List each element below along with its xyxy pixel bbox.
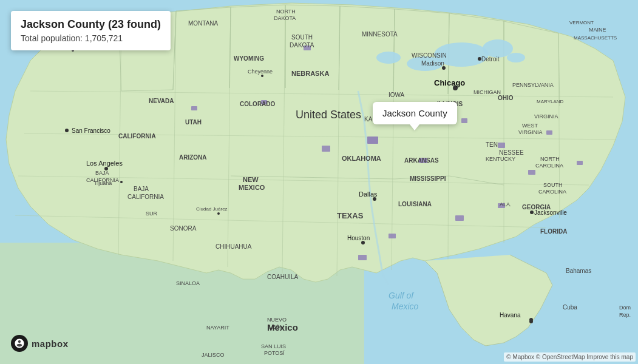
svg-text:Detroit: Detroit — [481, 56, 500, 62]
svg-text:OHIO: OHIO — [498, 95, 514, 101]
svg-text:MARYLAND: MARYLAND — [537, 99, 564, 104]
svg-text:NEBRASKA: NEBRASKA — [291, 70, 329, 77]
svg-text:MASSACHUSETTS: MASSACHUSETTS — [574, 35, 617, 41]
svg-text:PENNSYLVANIA: PENNSYLVANIA — [512, 82, 554, 88]
svg-text:SUR: SUR — [146, 211, 158, 217]
svg-rect-31 — [358, 255, 367, 260]
svg-text:Dallas: Dallas — [359, 190, 378, 198]
svg-text:SAN LUIS: SAN LUIS — [261, 343, 286, 349]
svg-text:KENTUCKY: KENTUCKY — [486, 156, 515, 162]
svg-text:TEN: TEN — [486, 141, 498, 148]
svg-text:WISCONSIN: WISCONSIN — [412, 52, 447, 59]
svg-text:GEORGIA: GEORGIA — [522, 204, 551, 211]
svg-text:United States: United States — [296, 109, 361, 121]
svg-rect-34 — [577, 161, 583, 165]
svg-text:Bahamas: Bahamas — [566, 268, 591, 274]
svg-point-39 — [120, 181, 123, 183]
svg-text:Cuba: Cuba — [563, 304, 577, 311]
svg-rect-27 — [528, 170, 535, 175]
svg-text:MICHIGAN: MICHIGAN — [473, 89, 501, 95]
svg-text:Dom: Dom — [619, 305, 631, 311]
svg-text:CALIFORNIA: CALIFORNIA — [86, 177, 119, 183]
svg-text:NAYARIT: NAYARIT — [206, 325, 229, 331]
svg-text:Houston: Houston — [347, 235, 370, 241]
svg-rect-26 — [498, 143, 505, 148]
svg-text:VIRGINIA: VIRGINIA — [534, 113, 558, 120]
svg-text:Mexico: Mexico — [392, 302, 419, 311]
svg-rect-33 — [546, 130, 552, 135]
svg-point-16 — [483, 39, 513, 58]
mapbox-logo-text: mapbox — [32, 339, 69, 349]
svg-rect-25 — [461, 118, 467, 123]
svg-point-124 — [217, 212, 220, 215]
attribution[interactable]: © Mapbox © OpenStreetMap Improve this ma… — [504, 352, 636, 362]
svg-text:Rep.: Rep. — [619, 312, 631, 318]
svg-text:COAHUILA: COAHUILA — [267, 274, 298, 280]
svg-text:NEW: NEW — [243, 176, 259, 183]
svg-text:Gulf of: Gulf of — [389, 291, 415, 300]
svg-text:CALIFORNIA: CALIFORNIA — [118, 133, 156, 140]
svg-text:POTOSÍ: POTOSÍ — [264, 350, 285, 356]
svg-text:TEXAS: TEXAS — [337, 211, 364, 220]
svg-text:NEVADA: NEVADA — [149, 98, 174, 104]
svg-text:MINNESOTA: MINNESOTA — [362, 31, 398, 38]
mapbox-logo: mapbox — [11, 335, 69, 352]
svg-text:MISSISSIPPI: MISSISSIPPI — [410, 175, 446, 182]
svg-text:NORTH: NORTH — [276, 8, 296, 15]
tooltip-text: Jackson County — [382, 108, 447, 118]
svg-text:BAJA: BAJA — [134, 186, 149, 192]
svg-text:VERMONT: VERMONT — [569, 20, 594, 25]
svg-text:CALIFORNIA: CALIFORNIA — [127, 194, 164, 200]
svg-text:FLORIDA: FLORIDA — [540, 228, 567, 235]
map-tooltip: Jackson County — [373, 102, 457, 124]
svg-text:WEST: WEST — [522, 123, 538, 129]
svg-text:MEXICO: MEXICO — [239, 184, 265, 191]
svg-text:UTAH: UTAH — [185, 119, 202, 126]
svg-text:Los Angeles: Los Angeles — [86, 160, 123, 167]
map-container[interactable]: San Francisco Los Angeles Tijuana Cheyen… — [0, 0, 638, 364]
map-svg: San Francisco Los Angeles Tijuana Cheyen… — [0, 0, 638, 364]
svg-rect-22 — [322, 146, 330, 152]
svg-text:NORTH: NORTH — [540, 156, 560, 162]
svg-text:VIRGINIA: VIRGINIA — [518, 129, 543, 135]
svg-text:CAROLINA: CAROLINA — [538, 189, 566, 195]
info-box-subtitle: Total population: 1,705,721 — [21, 33, 161, 43]
svg-text:San Francisco: San Francisco — [72, 127, 110, 134]
svg-text:WYOMING: WYOMING — [234, 55, 264, 62]
svg-point-53 — [530, 211, 534, 214]
svg-rect-30 — [389, 234, 396, 238]
svg-text:LOUISIANA: LOUISIANA — [398, 201, 432, 207]
svg-text:CAROLINA: CAROLINA — [535, 163, 563, 169]
svg-text:JALISCO: JALISCO — [202, 352, 225, 358]
info-box-title: Jackson County (23 found) — [21, 18, 161, 31]
svg-text:MONTANA: MONTANA — [188, 20, 219, 27]
svg-text:COLORADO: COLORADO — [240, 101, 276, 107]
attribution-text: © Mapbox © OpenStreetMap Improve this ma… — [506, 354, 633, 360]
svg-text:ALA.: ALA. — [500, 201, 512, 207]
svg-point-128 — [529, 320, 533, 323]
svg-text:Madison: Madison — [421, 60, 444, 67]
svg-text:ARIZONA: ARIZONA — [179, 154, 207, 161]
svg-point-19 — [507, 53, 525, 62]
svg-rect-23 — [367, 136, 378, 144]
svg-text:SINALOA: SINALOA — [176, 280, 200, 286]
svg-text:SOUTH: SOUTH — [543, 182, 563, 188]
svg-text:IOWA: IOWA — [389, 92, 405, 98]
svg-text:ARKANSAS: ARKANSAS — [404, 157, 439, 164]
svg-text:Chicago: Chicago — [434, 78, 465, 87]
svg-text:Mexico: Mexico — [267, 322, 298, 332]
svg-text:Ciudad Juárez: Ciudad Juárez — [196, 206, 228, 212]
svg-point-35 — [65, 129, 69, 132]
svg-text:BAJA: BAJA — [95, 170, 109, 176]
svg-text:DAKOTA: DAKOTA — [290, 42, 314, 49]
svg-point-18 — [376, 52, 401, 64]
svg-text:NESSEE: NESSEE — [499, 149, 524, 156]
info-box: Jackson County (23 found) Total populati… — [11, 11, 171, 50]
svg-text:OKLAHOMA: OKLAHOMA — [342, 155, 381, 162]
svg-text:CHIHUAHUA: CHIHUAHUA — [215, 243, 252, 250]
svg-point-41 — [261, 75, 263, 77]
svg-text:MAINE: MAINE — [589, 27, 606, 33]
mapbox-logo-icon — [11, 335, 28, 352]
svg-text:SONORA: SONORA — [170, 225, 197, 232]
svg-rect-32 — [191, 106, 197, 110]
